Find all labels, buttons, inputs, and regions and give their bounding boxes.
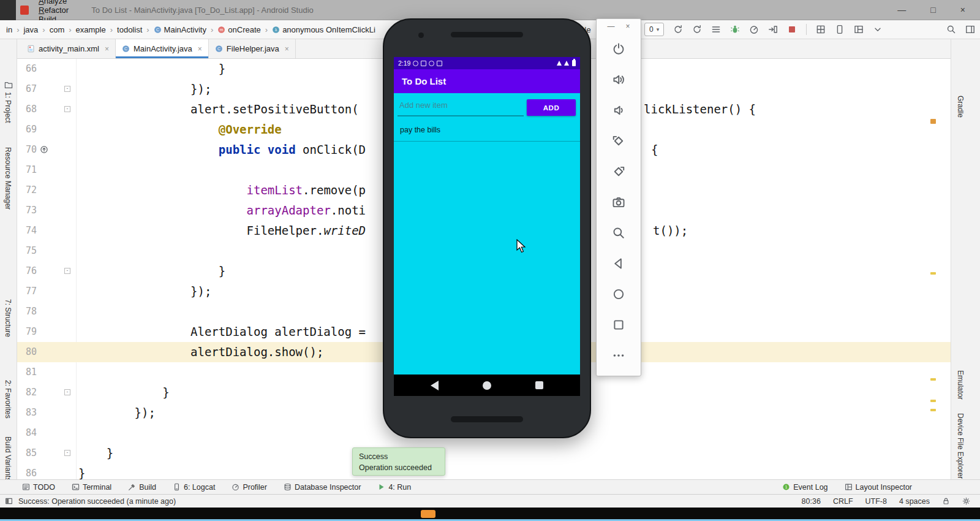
fold-marker-icon[interactable]: -	[64, 86, 70, 92]
code-text: }	[78, 463, 85, 479]
home-icon[interactable]	[612, 287, 625, 301]
stripe-emulator[interactable]: Emulator	[956, 370, 965, 400]
stripe-resource-manager[interactable]: Resource Manager	[4, 147, 12, 210]
tool-button-build[interactable]: Build	[128, 483, 156, 492]
zoom-icon[interactable]	[612, 226, 625, 240]
lock-icon[interactable]	[942, 497, 950, 505]
minimize-button[interactable]: —	[897, 5, 906, 15]
breadcrumb-com[interactable]: com	[50, 25, 65, 34]
status-80-36[interactable]: 80:36	[802, 497, 821, 506]
stop-icon[interactable]	[787, 25, 797, 34]
status-crlf[interactable]: CRLF	[833, 497, 853, 506]
stripe-gradle[interactable]: Gradle	[956, 96, 965, 118]
svg-text:m: m	[220, 27, 224, 31]
breadcrumb-mainactivity[interactable]: CMainActivity	[154, 25, 206, 34]
sync-icon[interactable]	[692, 25, 702, 34]
stripe-7-structure[interactable]: 7: Structure	[4, 299, 12, 337]
tool-button-4-run[interactable]: 4: Run	[377, 483, 411, 492]
fold-marker-icon[interactable]: -	[64, 268, 70, 274]
tool-button-event-log[interactable]: 1Event Log	[782, 483, 827, 492]
sync-icon[interactable]	[673, 25, 683, 34]
camera-icon[interactable]	[612, 196, 625, 209]
menu-refactor[interactable]: Refactor	[33, 6, 75, 15]
volume-up-icon[interactable]	[612, 73, 625, 86]
tab-filehelper-java[interactable]: CFileHelper.java×	[209, 39, 296, 58]
tab-close-icon[interactable]: ×	[105, 45, 109, 53]
gauge-icon[interactable]	[749, 25, 759, 34]
new-item-input[interactable]: Add new item	[399, 101, 448, 110]
close-button[interactable]: ×	[960, 5, 965, 15]
attach-icon[interactable]	[768, 25, 778, 34]
menu-analyze[interactable]: Analyze	[33, 0, 75, 6]
line-number: 72	[18, 180, 37, 200]
scrollbar-mark	[930, 400, 936, 402]
tool-button-todo[interactable]: TODO	[22, 483, 55, 492]
breadcrumb-example[interactable]: example	[76, 25, 106, 34]
gear-icon[interactable]	[962, 497, 970, 505]
breadcrumb-oncreate[interactable]: monCreate	[217, 25, 260, 34]
emulator-close-button[interactable]: ×	[625, 22, 630, 31]
taskbar-app-icon[interactable]	[421, 510, 435, 518]
tool-button-database-inspector[interactable]: Database Inspector	[284, 483, 361, 492]
tab-mainactivity-java[interactable]: CMainActivity.java×	[116, 39, 209, 58]
os-taskbar	[0, 508, 980, 521]
tab-close-icon[interactable]: ×	[285, 45, 289, 53]
device-icon[interactable]	[835, 25, 845, 34]
phone-screen[interactable]: 2:19 To Do List Add new item ADD pay the…	[394, 57, 580, 396]
layout-file-icon	[27, 45, 35, 53]
rotate-right-icon[interactable]	[612, 165, 625, 178]
inspector-icon[interactable]	[854, 25, 864, 34]
nav-overview-icon[interactable]	[535, 381, 543, 389]
tab-activity-main-xml[interactable]: activity_main.xml×	[21, 39, 116, 58]
fold-marker-icon[interactable]: -	[64, 106, 70, 112]
breadcrumb-anonymous-onitemclickli[interactable]: λanonymous OnItemClickLi	[272, 25, 375, 34]
line-number: 85	[18, 443, 37, 463]
tool-window-toggle-icon[interactable]	[5, 497, 13, 505]
breadcrumb-separator: ›	[211, 25, 213, 34]
tab-close-icon[interactable]: ×	[198, 45, 202, 53]
code-line-86[interactable]: 86}	[17, 463, 951, 479]
rotate-left-icon[interactable]	[612, 134, 625, 148]
tool-button-terminal[interactable]: Terminal	[72, 483, 111, 492]
fold-marker-icon[interactable]: -	[64, 389, 70, 395]
add-button[interactable]: ADD	[527, 99, 576, 116]
more-icon[interactable]	[612, 349, 625, 362]
inspector-icon	[845, 483, 853, 491]
stripe-device-file-explorer[interactable]: Device File Explorer	[956, 413, 965, 479]
back-icon[interactable]	[612, 257, 625, 270]
status-utf-8[interactable]: UTF-8	[865, 497, 887, 506]
stripe-build-variants[interactable]: Build Variants	[4, 436, 12, 481]
overview-icon[interactable]	[612, 318, 625, 332]
nav-home-icon[interactable]	[483, 381, 491, 390]
nav-back-icon[interactable]	[431, 381, 439, 390]
override-icon[interactable]	[40, 145, 48, 154]
notification-icon	[413, 61, 418, 66]
breadcrumb-java[interactable]: java	[23, 25, 38, 34]
breadcrumb-in[interactable]: in	[6, 25, 12, 34]
breadcrumb-todolist[interactable]: todolist	[117, 25, 142, 34]
line-number: 78	[18, 302, 37, 322]
list-item[interactable]: pay the bills	[394, 118, 580, 142]
tab-label: activity_main.xml	[39, 44, 99, 53]
chevdown-icon[interactable]	[873, 25, 883, 34]
code-text: }	[78, 443, 113, 463]
emulator-minimize-button[interactable]: —	[607, 22, 614, 31]
grid-icon[interactable]	[816, 25, 826, 34]
search-icon[interactable]	[946, 25, 956, 34]
panel-icon[interactable]	[965, 25, 975, 34]
code-line-85[interactable]: 85- }	[17, 443, 951, 463]
tool-button-6-logcat[interactable]: 6: Logcat	[173, 483, 215, 492]
maximize-button[interactable]: □	[930, 5, 935, 15]
volume-down-icon[interactable]	[612, 104, 625, 117]
debug-icon[interactable]	[730, 25, 740, 34]
tool-button-profiler[interactable]: Profiler	[232, 483, 267, 492]
list-icon[interactable]	[711, 25, 721, 34]
status-4-spaces[interactable]: 4 spaces	[899, 497, 930, 506]
fold-marker-icon[interactable]: -	[64, 450, 70, 456]
stripe-2-favorites[interactable]: 2: Favorites	[4, 380, 12, 419]
stripe-1-project[interactable]: 1: Project	[4, 92, 12, 123]
run-config-dropdown[interactable]: 0▾	[644, 23, 664, 36]
tool-button-layout-inspector[interactable]: Layout Inspector	[845, 483, 912, 492]
power-icon[interactable]	[612, 42, 625, 56]
notification-icon	[437, 61, 442, 66]
